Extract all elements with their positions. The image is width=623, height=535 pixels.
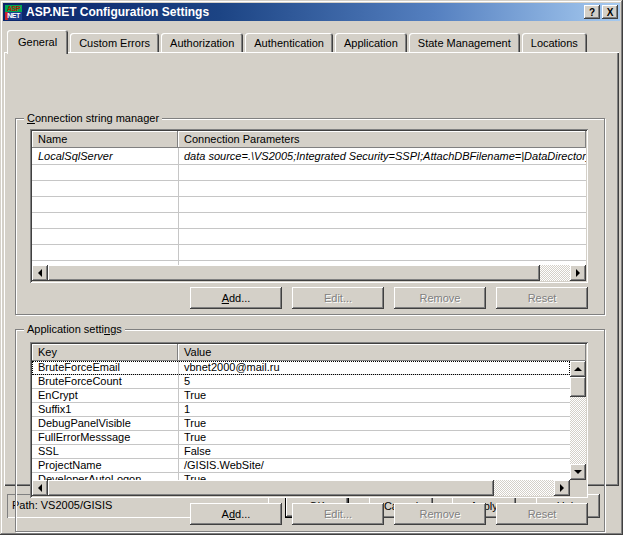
setting-key-cell[interactable]: DebugPanelVisible [32, 417, 178, 430]
setting-key-cell[interactable]: DeveloperAutoLogon [32, 473, 178, 480]
scroll-up-button[interactable] [570, 361, 586, 377]
connection-row-localsqlserver[interactable]: LocalSqlServer data source=.\VS2005;Inte… [32, 148, 586, 165]
setting-value-cell[interactable]: False [178, 445, 570, 458]
settings-remove-button[interactable]: Remove [394, 503, 486, 525]
setting-key-cell[interactable]: BruteForceCount [32, 375, 178, 388]
column-header-value[interactable]: Value [178, 344, 586, 361]
setting-value-cell[interactable]: True [178, 431, 570, 444]
application-settings-legend: Application settings [24, 322, 125, 336]
scrollbar-corner [570, 480, 586, 496]
right-arrow-icon [560, 484, 564, 492]
down-arrow-icon [574, 470, 582, 474]
connection-name-cell[interactable]: LocalSqlServer [32, 148, 178, 164]
setting-value-cell[interactable]: True [178, 473, 570, 480]
help-button[interactable]: ? [584, 5, 600, 19]
tab-authorization[interactable]: Authorization [161, 33, 243, 53]
setting-row-fullerrormesssage[interactable]: FullErrorMesssage True [32, 431, 570, 445]
tab-custom-errors[interactable]: Custom Errors [70, 33, 159, 53]
setting-row-ssl[interactable]: SSL False [32, 445, 570, 459]
connection-remove-button[interactable]: Remove [394, 287, 486, 309]
window-title: ASP.NET Configuration Settings [26, 5, 582, 19]
settings-list-header: Key Value [32, 344, 586, 361]
setting-key-cell[interactable]: BruteForceEmail [32, 361, 178, 374]
empty-row [32, 197, 586, 213]
connection-group-legend: Connection string manager [24, 111, 162, 125]
application-settings-group: Application settings Key Value BruteForc… [15, 329, 605, 532]
scroll-right-button[interactable] [570, 265, 586, 281]
connection-strings-list: Name Connection Parameters LocalSqlServe… [30, 129, 588, 283]
tab-locations[interactable]: Locations [522, 33, 587, 53]
setting-row-encrypt[interactable]: EnCrypt True [32, 389, 570, 403]
setting-key-cell[interactable]: FullErrorMesssage [32, 431, 178, 444]
connection-add-button[interactable]: Add... [190, 287, 282, 309]
tab-general[interactable]: General [7, 30, 68, 54]
setting-value-cell[interactable]: 1 [178, 403, 570, 416]
setting-row-projectname[interactable]: ProjectName /GISIS.WebSite/ [32, 459, 570, 473]
up-arrow-icon [574, 367, 582, 371]
right-arrow-icon [576, 269, 580, 277]
connection-reset-button[interactable]: Reset [496, 287, 588, 309]
setting-row-bruteforcecount[interactable]: BruteForceCount 5 [32, 375, 570, 389]
setting-key-cell[interactable]: Suffix1 [32, 403, 178, 416]
tab-application[interactable]: Application [335, 33, 407, 53]
connection-params-cell[interactable]: data source=.\VS2005;Integrated Security… [178, 148, 586, 164]
settings-list-body: BruteForceEmail vbnet2000@mail.ru BruteF… [32, 361, 570, 480]
horizontal-scrollbar[interactable] [32, 265, 586, 281]
empty-row [32, 245, 586, 261]
settings-add-button[interactable]: Add... [190, 503, 282, 525]
aspnet-logo-top: ASP [5, 5, 22, 13]
setting-value-cell[interactable]: /GISIS.WebSite/ [178, 459, 570, 472]
left-arrow-icon [38, 269, 42, 277]
scrollbar-thumb[interactable] [48, 480, 494, 496]
setting-value-cell[interactable]: True [178, 417, 570, 430]
aspnet-logo-icon: ASP NET [5, 5, 22, 20]
setting-row-debugpanelvisible[interactable]: DebugPanelVisible True [32, 417, 570, 431]
setting-key-cell[interactable]: SSL [32, 445, 178, 458]
column-header-name[interactable]: Name [32, 131, 178, 148]
setting-value-cell[interactable]: True [178, 389, 570, 402]
tab-state-management[interactable]: State Management [409, 33, 520, 53]
vertical-scrollbar[interactable] [570, 361, 586, 480]
connection-list-header: Name Connection Parameters [32, 131, 586, 148]
settings-edit-button[interactable]: Edit... [292, 503, 384, 525]
horizontal-scrollbar[interactable] [32, 480, 570, 496]
column-header-connection-parameters[interactable]: Connection Parameters [178, 131, 586, 148]
scroll-left-button[interactable] [32, 265, 48, 281]
scroll-down-button[interactable] [570, 464, 586, 480]
application-settings-list: Key Value BruteForceEmail vbnet2000@mail… [30, 342, 588, 498]
close-button[interactable]: X [602, 5, 618, 19]
setting-key-cell[interactable]: EnCrypt [32, 389, 178, 402]
aspnet-config-dialog: ASP NET ASP.NET Configuration Settings ?… [0, 0, 623, 535]
empty-row [32, 165, 586, 181]
general-tab-page: Connection string manager Name Connectio… [4, 52, 619, 486]
scroll-right-button[interactable] [554, 480, 570, 496]
empty-row [32, 229, 586, 245]
connection-edit-button[interactable]: Edit... [292, 287, 384, 309]
aspnet-logo-bottom: NET [5, 12, 22, 20]
empty-row [32, 213, 586, 229]
scrollbar-thumb[interactable] [570, 377, 586, 397]
left-arrow-icon [38, 484, 42, 492]
tab-authentication[interactable]: Authentication [245, 33, 333, 53]
setting-value-cell[interactable]: 5 [178, 375, 570, 388]
tab-strip: General Custom Errors Authorization Auth… [7, 29, 589, 53]
connection-list-body: LocalSqlServer data source=.\VS2005;Inte… [32, 148, 586, 265]
setting-key-cell[interactable]: ProjectName [32, 459, 178, 472]
empty-row [32, 181, 586, 197]
titlebar[interactable]: ASP NET ASP.NET Configuration Settings ?… [3, 3, 620, 21]
scroll-left-button[interactable] [32, 480, 48, 496]
column-header-key[interactable]: Key [32, 344, 178, 361]
setting-row-suffix1[interactable]: Suffix1 1 [32, 403, 570, 417]
setting-row-developerautologon[interactable]: DeveloperAutoLogon True [32, 473, 570, 480]
settings-reset-button[interactable]: Reset [496, 503, 588, 525]
connection-string-manager-group: Connection string manager Name Connectio… [15, 118, 605, 315]
scrollbar-thumb[interactable] [48, 265, 540, 281]
setting-value-cell[interactable]: vbnet2000@mail.ru [178, 361, 570, 374]
setting-row-bruteforceemail[interactable]: BruteForceEmail vbnet2000@mail.ru [32, 361, 570, 375]
